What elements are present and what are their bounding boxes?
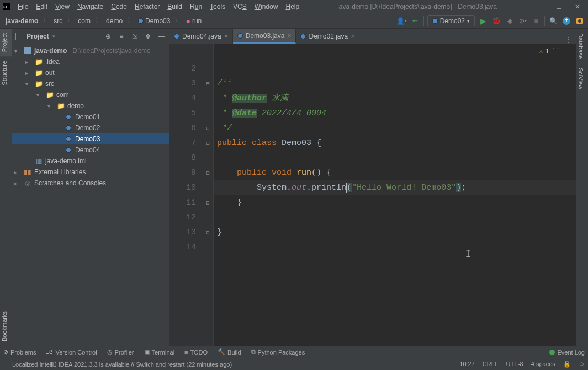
terminal-tab[interactable]: ▣Terminal bbox=[144, 348, 175, 356]
indent-setting[interactable]: 4 spaces bbox=[531, 361, 555, 368]
tree-src[interactable]: ▾ 📁 src bbox=[12, 78, 169, 89]
menu-vcs[interactable]: VCS bbox=[230, 2, 250, 12]
expand-icon[interactable]: ▸ bbox=[14, 169, 21, 175]
build-tab[interactable]: 🔨Build bbox=[218, 348, 241, 356]
profile-button[interactable]: ⊙▾ bbox=[518, 16, 528, 26]
project-panel-title[interactable]: Project bbox=[27, 33, 49, 40]
run-button[interactable]: ▶ bbox=[478, 16, 488, 26]
hide-icon[interactable]: — bbox=[157, 32, 166, 41]
crumb-method[interactable]: ●run bbox=[183, 16, 204, 26]
menu-view[interactable]: View bbox=[52, 2, 73, 12]
expand-icon[interactable]: ▸ bbox=[25, 59, 32, 65]
bookmarks-tool-tab[interactable]: Bookmarks bbox=[0, 307, 12, 346]
tree-root[interactable]: ▾ java-demo D:\IdeaProjects\java-demo bbox=[12, 45, 169, 56]
expand-icon[interactable]: ▾ bbox=[47, 103, 54, 109]
line-number[interactable]: 3 bbox=[169, 76, 203, 91]
fold-marker[interactable]: ⊟ bbox=[203, 136, 213, 151]
menu-window[interactable]: Window bbox=[251, 2, 282, 12]
crumb-demo[interactable]: demo bbox=[104, 17, 125, 25]
close-button[interactable]: ✕ bbox=[569, 1, 586, 12]
chevron-down-icon[interactable]: ▾ bbox=[52, 34, 55, 39]
close-icon[interactable]: × bbox=[287, 32, 291, 40]
coverage-button[interactable]: ◈ bbox=[505, 16, 515, 26]
close-icon[interactable]: × bbox=[351, 33, 354, 40]
expand-icon[interactable]: ▸ bbox=[25, 70, 32, 76]
menu-file[interactable]: File bbox=[14, 2, 31, 12]
tree-demo02[interactable]: Demo02 bbox=[12, 122, 169, 133]
file-encoding[interactable]: UTF-8 bbox=[506, 361, 523, 368]
structure-tool-tab[interactable]: Structure bbox=[0, 56, 12, 90]
line-number[interactable]: 10 bbox=[169, 180, 203, 195]
status-icon[interactable]: ☐ bbox=[3, 361, 9, 368]
tab-demo03[interactable]: Demo03.java × bbox=[233, 29, 296, 44]
hammer-icon[interactable]: ↖ bbox=[408, 14, 422, 28]
inspection-widget[interactable]: ⚠ 1 ˆ ˇ bbox=[539, 47, 560, 56]
line-number[interactable]: 2 bbox=[169, 61, 203, 76]
search-icon[interactable]: 🔍 bbox=[548, 16, 558, 26]
fold-end-marker[interactable]: ⊏ bbox=[203, 225, 213, 240]
project-tree[interactable]: ▾ java-demo D:\IdeaProjects\java-demo ▸ … bbox=[12, 44, 169, 346]
line-number[interactable]: 14 bbox=[169, 240, 203, 255]
menu-build[interactable]: Build bbox=[164, 2, 186, 12]
fold-end-marker[interactable]: ⊏ bbox=[203, 121, 213, 136]
next-icon[interactable]: ˇ bbox=[557, 48, 560, 56]
line-number[interactable]: 13 bbox=[169, 225, 203, 240]
settings-icon[interactable]: ✻ bbox=[144, 32, 152, 41]
menu-code[interactable]: Code bbox=[108, 2, 130, 12]
project-tool-tab[interactable]: Project bbox=[0, 29, 12, 56]
expand-icon[interactable]: ▾ bbox=[36, 92, 43, 98]
tree-idea[interactable]: ▸ 📁 .idea bbox=[12, 56, 169, 67]
minimize-button[interactable]: ─ bbox=[532, 1, 548, 12]
expand-icon[interactable]: ▾ bbox=[14, 48, 21, 54]
code-editor[interactable]: 2 3 4 5 6 7 8 9 10 11 12 13 14 ⊟ ⊏ ⊟ bbox=[169, 44, 576, 346]
inspection-profile-icon[interactable]: ☺ bbox=[579, 361, 585, 368]
event-log-tab[interactable]: Event Log bbox=[549, 349, 585, 356]
collapse-icon[interactable]: ⇲ bbox=[130, 32, 139, 41]
sciview-tool-tab[interactable]: SciView bbox=[576, 63, 585, 94]
line-number[interactable]: 4 bbox=[169, 91, 203, 106]
tree-scratches[interactable]: ▸ ◎ Scratches and Consoles bbox=[12, 178, 169, 189]
line-separator[interactable]: CRLF bbox=[483, 361, 499, 368]
expand-icon[interactable]: ≡ bbox=[117, 32, 126, 41]
expand-icon[interactable]: ▾ bbox=[25, 81, 32, 87]
crumb-project[interactable]: java-demo bbox=[3, 17, 40, 25]
menu-tools[interactable]: Tools bbox=[206, 2, 229, 12]
line-number[interactable]: 6 bbox=[169, 121, 203, 136]
todo-tab[interactable]: ≡TODO bbox=[184, 349, 208, 356]
tab-menu-icon[interactable]: ⋮ bbox=[560, 36, 576, 44]
inspection-nav[interactable]: ˆ ˇ bbox=[552, 48, 560, 56]
database-tool-tab[interactable]: Database bbox=[576, 29, 585, 63]
profiler-tab[interactable]: ◷Profiler bbox=[107, 348, 134, 356]
fold-gutter[interactable]: ⊟ ⊏ ⊟ ⊟ ⊏ ⊏ bbox=[203, 44, 214, 346]
fold-marker[interactable]: ⊟ bbox=[203, 165, 213, 180]
crumb-src[interactable]: src bbox=[51, 17, 65, 25]
maximize-button[interactable]: ☐ bbox=[550, 1, 567, 12]
stop-button[interactable]: ■ bbox=[531, 16, 541, 26]
line-number[interactable] bbox=[169, 46, 203, 61]
menu-help[interactable]: Help bbox=[282, 2, 303, 12]
code-content[interactable]: /** * @author 水滴 * @date 2022/4/4 0004 *… bbox=[214, 44, 576, 346]
tree-iml[interactable]: ▥ java-demo.iml bbox=[12, 155, 169, 167]
fold-marker[interactable]: ⊟ bbox=[203, 76, 213, 91]
tab-demo02[interactable]: Demo02.java × bbox=[296, 29, 359, 44]
line-number[interactable]: 9 bbox=[169, 165, 203, 180]
expand-icon[interactable]: ▸ bbox=[14, 180, 21, 186]
line-number[interactable]: 11 bbox=[169, 195, 203, 210]
status-message[interactable]: Localized IntelliJ IDEA 2021.3.3 is avai… bbox=[12, 361, 459, 368]
line-number[interactable]: 5 bbox=[169, 106, 203, 121]
tab-demo04[interactable]: Demo04.java × bbox=[169, 29, 233, 44]
tree-demo03[interactable]: Demo03 bbox=[12, 133, 169, 144]
tree-out[interactable]: ▸ 📁 out bbox=[12, 67, 169, 78]
crumb-com[interactable]: com bbox=[76, 17, 93, 25]
python-packages-tab[interactable]: ⧉Python Packages bbox=[251, 348, 305, 356]
menu-navigate[interactable]: Navigate bbox=[74, 2, 107, 12]
crumb-class[interactable]: Demo03 bbox=[136, 17, 172, 25]
fold-end-marker[interactable]: ⊏ bbox=[203, 195, 213, 210]
line-gutter[interactable]: 2 3 4 5 6 7 8 9 10 11 12 13 14 bbox=[169, 44, 203, 346]
line-number[interactable]: 8 bbox=[169, 151, 203, 165]
select-opened-icon[interactable]: ⊕ bbox=[104, 32, 113, 41]
tree-demo[interactable]: ▾ 📁 demo bbox=[12, 100, 169, 111]
problems-tab[interactable]: ⊘Problems bbox=[3, 348, 36, 356]
user-icon[interactable]: 👤▾ bbox=[397, 16, 407, 26]
ide-settings-icon[interactable] bbox=[575, 16, 585, 26]
